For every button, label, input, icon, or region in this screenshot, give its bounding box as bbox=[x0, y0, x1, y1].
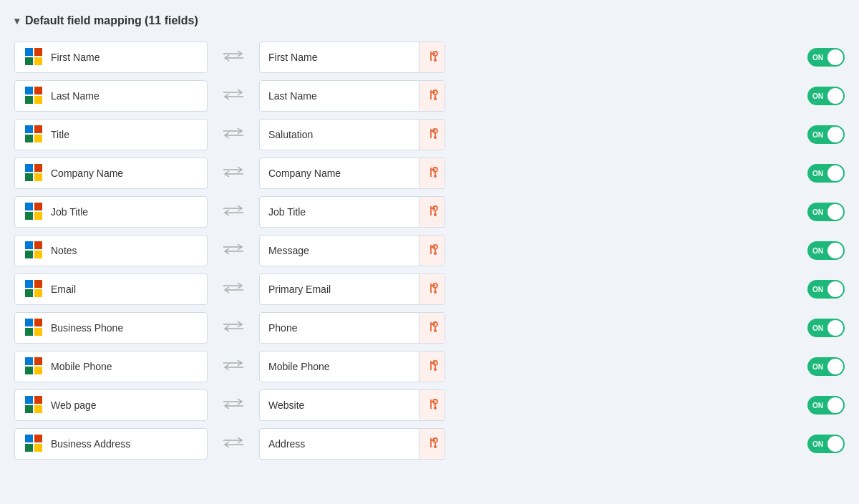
svg-rect-102 bbox=[34, 405, 42, 413]
section-title: Default field mapping (11 fields) bbox=[25, 14, 198, 27]
hubspot-icon-4 bbox=[425, 204, 440, 220]
svg-rect-111 bbox=[34, 435, 42, 442]
right-field-label-7: Phone bbox=[260, 316, 419, 339]
svg-rect-44 bbox=[25, 203, 33, 210]
svg-rect-34 bbox=[34, 164, 42, 172]
svg-point-10 bbox=[434, 59, 437, 62]
hubspot-icon-9 bbox=[425, 397, 440, 414]
left-field-label-1: Last Name bbox=[51, 90, 100, 102]
sync-arrow-icon-5 bbox=[219, 242, 248, 259]
toggle-wrapper-8[interactable]: ON bbox=[807, 357, 845, 376]
toggle-10[interactable]: ON bbox=[807, 435, 845, 453]
svg-rect-56 bbox=[34, 241, 42, 249]
toggle-wrapper-3[interactable]: ON bbox=[807, 164, 845, 183]
right-field-label-10: Address bbox=[260, 432, 419, 455]
ms-office-icon-10 bbox=[24, 433, 44, 455]
sync-arrow-icon-1 bbox=[219, 87, 248, 105]
svg-rect-100 bbox=[34, 396, 42, 404]
svg-rect-23 bbox=[34, 125, 42, 133]
toggle-on-label-7: ON bbox=[812, 324, 823, 332]
toggle-7[interactable]: ON bbox=[807, 319, 845, 337]
toggle-wrapper-5[interactable]: ON bbox=[807, 241, 845, 260]
svg-rect-91 bbox=[34, 367, 42, 374]
toggle-on-label-0: ON bbox=[812, 54, 823, 62]
ms-office-icon-0 bbox=[24, 47, 44, 69]
hubspot-icon-box-10 bbox=[419, 428, 445, 460]
left-field-label-0: First Name bbox=[51, 52, 100, 63]
hubspot-icon-7 bbox=[425, 320, 440, 336]
field-right-1: Last Name bbox=[259, 80, 445, 112]
toggle-thumb-1 bbox=[828, 88, 843, 104]
toggle-1[interactable]: ON bbox=[807, 87, 845, 105]
left-field-label-8: Mobile Phone bbox=[51, 361, 112, 372]
svg-rect-90 bbox=[25, 367, 33, 374]
section-header[interactable]: ▾ Default field mapping (11 fields) bbox=[14, 14, 845, 27]
sync-arrow-icon-10 bbox=[219, 435, 248, 452]
field-row: Last Name Last Name ON bbox=[14, 80, 845, 112]
toggle-wrapper-2[interactable]: ON bbox=[807, 125, 845, 144]
svg-rect-22 bbox=[25, 125, 33, 133]
field-left-7: Business Phone bbox=[14, 312, 208, 344]
left-field-label-6: Email bbox=[51, 284, 76, 295]
hubspot-icon-box-4 bbox=[419, 196, 445, 228]
toggle-2[interactable]: ON bbox=[807, 125, 845, 144]
toggle-wrapper-9[interactable]: ON bbox=[807, 396, 845, 415]
svg-rect-2 bbox=[25, 57, 33, 65]
toggle-9[interactable]: ON bbox=[807, 396, 845, 415]
field-row: Notes Message ON bbox=[14, 235, 845, 266]
svg-rect-46 bbox=[25, 212, 33, 220]
toggle-on-label-2: ON bbox=[812, 131, 823, 139]
hubspot-icon-8 bbox=[425, 359, 440, 375]
field-left-2: Title bbox=[14, 119, 208, 150]
ms-office-icon-7 bbox=[24, 317, 44, 339]
toggle-3[interactable]: ON bbox=[807, 164, 845, 183]
toggle-wrapper-1[interactable]: ON bbox=[807, 87, 845, 105]
field-row: Email Primary Email ON bbox=[14, 273, 845, 305]
svg-rect-24 bbox=[25, 135, 33, 142]
toggle-on-label-6: ON bbox=[812, 286, 823, 294]
hubspot-icon-box-5 bbox=[419, 235, 445, 266]
left-field-label-4: Job Title bbox=[51, 206, 88, 218]
svg-point-120 bbox=[434, 445, 437, 448]
field-right-0: First Name bbox=[259, 42, 445, 73]
toggle-wrapper-0[interactable]: ON bbox=[807, 48, 845, 67]
toggle-5[interactable]: ON bbox=[807, 241, 845, 260]
svg-rect-12 bbox=[34, 87, 42, 94]
toggle-0[interactable]: ON bbox=[807, 48, 845, 67]
sync-arrow-icon-2 bbox=[219, 126, 248, 143]
hubspot-icon-0 bbox=[425, 49, 440, 66]
svg-rect-0 bbox=[25, 48, 33, 56]
ms-office-icon-4 bbox=[24, 201, 44, 223]
toggle-wrapper-10[interactable]: ON bbox=[807, 435, 845, 453]
toggle-wrapper-7[interactable]: ON bbox=[807, 319, 845, 337]
svg-point-76 bbox=[434, 291, 437, 294]
svg-rect-45 bbox=[34, 203, 42, 210]
toggle-wrapper-6[interactable]: ON bbox=[807, 280, 845, 299]
svg-point-87 bbox=[434, 329, 437, 332]
field-left-1: Last Name bbox=[14, 80, 208, 112]
sync-arrow-icon-7 bbox=[219, 319, 248, 336]
svg-rect-3 bbox=[34, 57, 42, 65]
field-left-6: Email bbox=[14, 273, 208, 305]
toggle-6[interactable]: ON bbox=[807, 280, 845, 299]
hubspot-icon-box-7 bbox=[419, 312, 445, 344]
ms-office-icon-3 bbox=[24, 163, 44, 185]
toggle-8[interactable]: ON bbox=[807, 357, 845, 376]
svg-point-98 bbox=[434, 368, 437, 371]
left-field-label-10: Business Address bbox=[51, 438, 130, 450]
toggle-on-label-10: ON bbox=[812, 440, 823, 448]
ms-office-icon-8 bbox=[24, 356, 44, 378]
field-row: Business Address Address ON bbox=[14, 428, 845, 460]
svg-rect-58 bbox=[34, 251, 42, 258]
toggle-thumb-0 bbox=[828, 49, 843, 65]
field-row: Business Phone Phone ON bbox=[14, 312, 845, 344]
toggle-thumb-6 bbox=[828, 281, 843, 297]
field-right-9: Website bbox=[259, 389, 445, 421]
toggle-wrapper-4[interactable]: ON bbox=[807, 203, 845, 221]
right-field-label-5: Message bbox=[260, 239, 419, 262]
svg-rect-88 bbox=[25, 357, 33, 365]
toggle-4[interactable]: ON bbox=[807, 203, 845, 221]
svg-rect-79 bbox=[25, 328, 33, 336]
toggle-thumb-7 bbox=[828, 320, 843, 336]
field-list: First Name First Name ON bbox=[14, 42, 845, 460]
